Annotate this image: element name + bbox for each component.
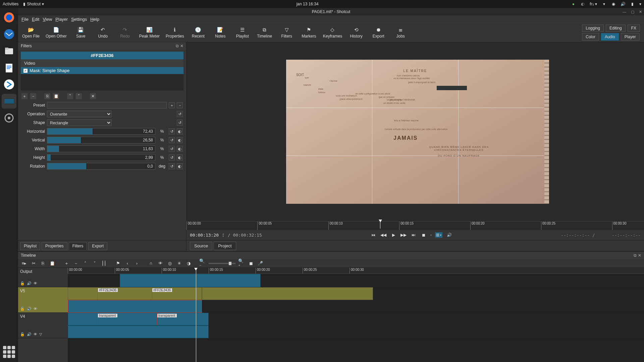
player-playhead[interactable]	[379, 220, 382, 223]
open-other-button[interactable]: 📄Open Other	[46, 27, 67, 39]
lock-icon[interactable]: 🔓	[20, 307, 25, 311]
undo-button[interactable]: ↶Undo	[95, 27, 111, 39]
skip-end-button[interactable]: ⏭	[410, 232, 417, 238]
weather-icon[interactable]: ◐	[580, 2, 585, 6]
jobs-button[interactable]: ≣Jobs	[392, 27, 409, 39]
layout-fx[interactable]: FX	[628, 24, 640, 32]
history-button[interactable]: ⟲History	[348, 27, 364, 39]
mask-overlay-rect[interactable]	[437, 86, 467, 90]
open-file-button[interactable]: 📂Open File	[22, 27, 40, 39]
zoom-fit-menu[interactable]: ▾	[430, 234, 432, 237]
clip-v4-1[interactable]: transparent transparent	[68, 313, 209, 325]
track-header-v5[interactable]: V5 🔓 🔊 👁	[18, 287, 68, 313]
zoom-slider[interactable]	[209, 263, 235, 264]
next-marker-button[interactable]: ›	[133, 260, 140, 267]
track-header-output[interactable]: Output 🔓 🔊 👁	[18, 268, 68, 287]
horizontal-slider[interactable]: 72,43	[47, 128, 155, 135]
thunderbird-launcher[interactable]	[2, 27, 16, 42]
notes-button[interactable]: 📝Notes	[212, 27, 228, 39]
tab-playlist[interactable]: Playlist	[20, 242, 40, 250]
keyframe-vertical[interactable]: ◐	[177, 137, 183, 143]
shotcut-launcher[interactable]	[2, 94, 16, 109]
filter-track-icon[interactable]: ▽	[39, 332, 42, 337]
menu-edit[interactable]: Edit	[32, 17, 39, 22]
minimize-button[interactable]: —	[623, 10, 626, 14]
mute-icon[interactable]: 🔊	[27, 281, 32, 286]
hide-icon[interactable]: 👁	[34, 307, 37, 311]
keyframe-width[interactable]: ◐	[177, 146, 183, 152]
mute-icon[interactable]: 🔊	[27, 307, 32, 311]
tab-filters[interactable]: Filters	[69, 242, 87, 250]
lock-icon[interactable]: 🔓	[20, 332, 25, 337]
track-header-v4[interactable]: V4 🔓 🔊 👁 ▽	[18, 313, 68, 338]
maximize-button[interactable]: ▢	[631, 10, 634, 14]
clip-v5-olive-1[interactable]: #FF2E3436 #FF2E3436	[68, 287, 202, 300]
properties-button[interactable]: ℹProperties	[166, 27, 184, 39]
zoom-fit-button-tl[interactable]: ◼	[248, 260, 254, 267]
peak-meter-button[interactable]: 📊Peak Meter	[139, 27, 160, 39]
close-button[interactable]: ✕	[639, 10, 642, 14]
forward-button[interactable]: ▶▶	[400, 232, 407, 238]
vertical-slider[interactable]: 26,58	[47, 137, 155, 143]
ripple-markers-button[interactable]: ◑	[185, 260, 192, 267]
add-marker-button[interactable]: ⚑	[115, 260, 121, 267]
remove-filter-button[interactable]: －	[30, 93, 36, 99]
hide-icon[interactable]: 👁	[34, 332, 37, 337]
clip-v5-selected[interactable]	[68, 300, 202, 313]
mute-icon[interactable]: 🔊	[27, 332, 32, 337]
timeline-button[interactable]: ⧉Timeline	[257, 27, 273, 39]
keyboard-layout[interactable]: fr₁ ▾	[590, 2, 597, 6]
record-audio-button[interactable]: 🎤	[257, 260, 264, 267]
cut-button[interactable]: ✂	[30, 260, 37, 267]
prev-marker-button[interactable]: ‹	[124, 260, 131, 267]
battery-icon[interactable]: ▮	[630, 2, 635, 6]
export-button[interactable]: ⏺Export	[370, 27, 386, 39]
snap-button[interactable]: ∩	[148, 260, 154, 267]
keyframes-button[interactable]: ◇Keyframes	[323, 27, 342, 39]
markers-button[interactable]: ⚑Markers	[301, 27, 317, 39]
rewind-button[interactable]: ◀◀	[380, 232, 387, 238]
paste-filter-button[interactable]: 📋	[53, 93, 59, 99]
menu-file[interactable]: File	[21, 17, 29, 22]
player-ruler[interactable]: 00:00:00 00:00:05 00:00:10 00:00:15 00:0…	[186, 221, 644, 230]
current-timecode[interactable]: 00:00:13:20	[190, 233, 219, 238]
reset-operation[interactable]: ↺	[177, 111, 183, 117]
tc-spin-up[interactable]: ▲	[222, 233, 224, 235]
reset-horizontal[interactable]: ↺	[169, 128, 175, 134]
system-menu-chevron[interactable]: ▾	[639, 2, 641, 6]
keyframe-horizontal[interactable]: ◐	[177, 128, 183, 134]
volume-button[interactable]: 🔊	[446, 232, 452, 238]
split-button[interactable]: ⎮⎮	[101, 260, 107, 267]
keyframe-rotation[interactable]: ◐	[177, 163, 183, 169]
network-icon[interactable]: ▾	[602, 2, 606, 6]
move-up-button[interactable]: ˄	[67, 93, 73, 99]
deselect-filter-button[interactable]: ✕	[90, 93, 96, 99]
tc-spin-down[interactable]: ▼	[222, 235, 224, 237]
add-preset-button[interactable]: ＋	[169, 102, 175, 108]
layout-player[interactable]: Player	[621, 33, 640, 41]
timeline-ruler[interactable]: 00:00:00 00:00:05 00:00:10 00:00:15 00:0…	[68, 268, 644, 274]
width-slider[interactable]: 11,63	[47, 145, 155, 152]
zoom-out-button[interactable]: 🔍⁻	[199, 260, 206, 267]
filters-button[interactable]: ▽Filters	[279, 27, 295, 39]
settings-launcher[interactable]	[2, 111, 16, 125]
layout-audio[interactable]: Audio	[601, 33, 619, 41]
overwrite-button[interactable]: ˅	[91, 260, 98, 267]
reset-shape[interactable]: ↺	[177, 120, 183, 126]
rotation-slider[interactable]: 0,0	[47, 163, 155, 170]
panel-popout-icon[interactable]: ⧉	[176, 44, 179, 48]
app-menu[interactable]: ▮ Shotcut ▾	[23, 2, 44, 6]
menu-view[interactable]: View	[43, 17, 52, 22]
scrub-button[interactable]: 👁	[157, 260, 164, 267]
reset-width[interactable]: ↺	[169, 146, 175, 152]
layout-logging[interactable]: Logging	[582, 24, 604, 32]
timeline-playhead[interactable]	[196, 268, 196, 362]
paste-button[interactable]: 📋	[49, 260, 56, 267]
copy-button[interactable]: ⎘	[40, 260, 46, 267]
tab-source[interactable]: Source	[190, 242, 212, 250]
lock-icon[interactable]: 🔓	[20, 281, 25, 286]
menu-settings[interactable]: Settings	[71, 17, 87, 22]
keyframe-height[interactable]: ◐	[177, 155, 183, 161]
zoom-in-button[interactable]: 🔍⁺	[238, 260, 245, 267]
play-button[interactable]: ▶	[390, 232, 397, 238]
